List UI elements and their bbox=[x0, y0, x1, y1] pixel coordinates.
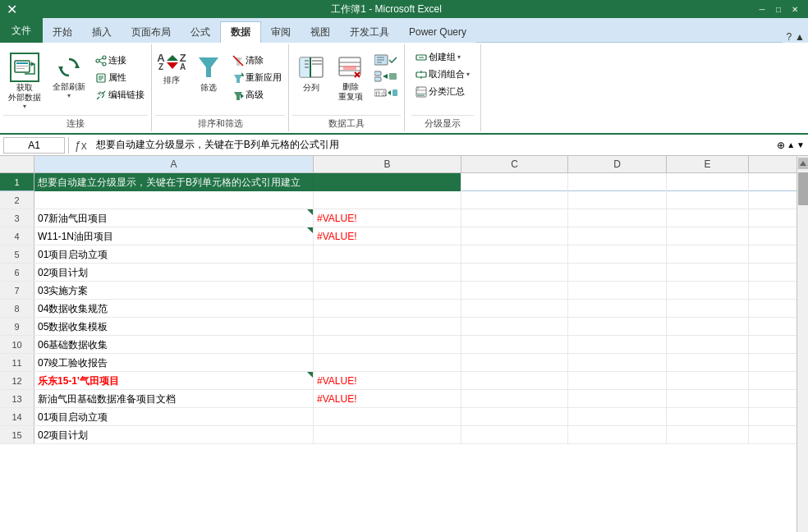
cell-b12[interactable]: #VALUE! bbox=[314, 372, 461, 390]
restore-icon[interactable]: □ bbox=[772, 2, 785, 16]
tab-data[interactable]: 数据 bbox=[220, 21, 261, 43]
cell-e5[interactable] bbox=[667, 245, 749, 264]
cell-e14[interactable] bbox=[667, 408, 749, 426]
cell-c3[interactable] bbox=[461, 209, 568, 227]
data-validation-button[interactable] bbox=[371, 53, 401, 67]
row-num-11[interactable]: 11 bbox=[0, 354, 34, 371]
row-num-8[interactable]: 8 bbox=[0, 300, 34, 317]
cell-d15[interactable] bbox=[568, 426, 667, 444]
reapply-button[interactable]: 重新应用 bbox=[229, 70, 285, 85]
cell-c8[interactable] bbox=[461, 300, 568, 318]
cell-b4[interactable]: #VALUE! bbox=[314, 227, 461, 245]
tab-developer[interactable]: 开发工具 bbox=[340, 21, 399, 43]
cell-b10[interactable] bbox=[314, 336, 461, 354]
cell-d5[interactable] bbox=[568, 245, 667, 264]
cell-c9[interactable] bbox=[461, 318, 568, 336]
cell-c6[interactable] bbox=[461, 264, 568, 282]
text-to-columns-button[interactable]: 分列 bbox=[292, 49, 330, 97]
cell-c2[interactable] bbox=[461, 191, 568, 209]
edit-links-button[interactable]: 编辑链接 bbox=[92, 87, 148, 103]
cell-c15[interactable] bbox=[461, 426, 568, 444]
row-num-5[interactable]: 5 bbox=[0, 245, 34, 263]
cell-a9[interactable]: 05数据收集模板 bbox=[34, 318, 314, 336]
cell-b5[interactable] bbox=[314, 245, 461, 264]
cell-e12[interactable] bbox=[667, 372, 749, 390]
row-num-13[interactable]: 13 bbox=[0, 390, 34, 407]
cell-d10[interactable] bbox=[568, 336, 667, 354]
subtotal-button[interactable]: Σ 分类汇总 bbox=[411, 84, 474, 99]
cell-d12[interactable] bbox=[568, 372, 667, 390]
cell-a11[interactable]: 07竣工验收报告 bbox=[34, 354, 314, 372]
cell-c12[interactable] bbox=[461, 372, 568, 390]
what-if-button[interactable]: 什么 bbox=[371, 85, 401, 100]
cell-d9[interactable] bbox=[568, 318, 667, 336]
tab-page-layout[interactable]: 页面布局 bbox=[122, 21, 181, 43]
tab-review[interactable]: 审阅 bbox=[261, 21, 301, 43]
consolidate-button[interactable] bbox=[371, 69, 401, 84]
cell-b9[interactable] bbox=[314, 318, 461, 336]
help-icon[interactable]: ? bbox=[786, 31, 792, 43]
cell-b6[interactable] bbox=[314, 264, 461, 282]
get-external-data-button[interactable]: 获取外部数据 ▾ bbox=[3, 49, 46, 113]
row-num-14[interactable]: 14 bbox=[0, 408, 34, 425]
cell-a1[interactable]: 想要自动建立分级显示，关键在于B列单元格的公式引用建立 bbox=[34, 173, 314, 191]
cell-c7[interactable] bbox=[461, 282, 568, 300]
cell-a14[interactable]: 01项目启动立项 bbox=[34, 408, 314, 426]
cell-d4[interactable] bbox=[568, 227, 667, 245]
cell-a6[interactable]: 02项目计划 bbox=[34, 264, 314, 282]
cell-a5[interactable]: 01项目启动立项 bbox=[34, 245, 314, 264]
cell-e13[interactable] bbox=[667, 390, 749, 408]
col-header-e[interactable]: E bbox=[667, 156, 749, 172]
cell-b8[interactable] bbox=[314, 300, 461, 318]
cell-b3[interactable]: #VALUE! bbox=[314, 209, 461, 227]
cell-a7[interactable]: 03实施方案 bbox=[34, 282, 314, 300]
cell-c13[interactable] bbox=[461, 390, 568, 408]
cell-e10[interactable] bbox=[667, 336, 749, 354]
cell-e6[interactable] bbox=[667, 264, 749, 282]
tab-power-query[interactable]: Power Query bbox=[399, 21, 476, 43]
tab-view[interactable]: 视图 bbox=[301, 21, 340, 43]
col-header-a[interactable]: A bbox=[34, 156, 314, 172]
vertical-scrollbar[interactable] bbox=[797, 156, 808, 532]
minimize-ribbon-icon[interactable]: ▲ bbox=[795, 31, 805, 43]
cell-d3[interactable] bbox=[568, 209, 667, 227]
tab-formula[interactable]: 公式 bbox=[181, 21, 220, 43]
row-num-7[interactable]: 7 bbox=[0, 282, 34, 299]
sort-button[interactable]: A Z Z A 排序 bbox=[155, 49, 188, 89]
cell-e2[interactable] bbox=[667, 191, 749, 209]
row-num-1[interactable]: 1 bbox=[0, 173, 34, 190]
cell-c5[interactable] bbox=[461, 245, 568, 264]
formula-fx-button[interactable]: ƒx bbox=[72, 139, 90, 152]
refresh-all-button[interactable]: 全部刷新 ▾ bbox=[48, 49, 90, 103]
cell-c14[interactable] bbox=[461, 408, 568, 426]
minimize-icon[interactable]: ─ bbox=[755, 2, 769, 16]
scroll-up-icon[interactable]: ▲ bbox=[787, 140, 795, 149]
cell-c11[interactable] bbox=[461, 354, 568, 372]
cell-b14[interactable] bbox=[314, 408, 461, 426]
cell-b2[interactable] bbox=[314, 191, 461, 209]
cell-b7[interactable] bbox=[314, 282, 461, 300]
cell-b15[interactable] bbox=[314, 426, 461, 444]
col-header-b[interactable]: B bbox=[314, 156, 461, 172]
cell-b11[interactable] bbox=[314, 354, 461, 372]
cell-c1[interactable] bbox=[461, 173, 568, 191]
cell-e11[interactable] bbox=[667, 354, 749, 372]
scroll-up-button[interactable] bbox=[798, 158, 808, 169]
cell-c4[interactable] bbox=[461, 227, 568, 245]
scroll-thumb[interactable] bbox=[798, 172, 808, 205]
cell-a10[interactable]: 06基础数据收集 bbox=[34, 336, 314, 354]
formula-expand-icon[interactable]: ⊕ bbox=[777, 140, 785, 151]
formula-input[interactable] bbox=[93, 138, 774, 153]
cell-a13[interactable]: 新油气田基础数据准备项目文档 bbox=[34, 390, 314, 408]
row-num-10[interactable]: 10 bbox=[0, 336, 34, 353]
row-num-12[interactable]: 12 bbox=[0, 372, 34, 389]
cell-e8[interactable] bbox=[667, 300, 749, 318]
cell-e7[interactable] bbox=[667, 282, 749, 300]
cell-a12[interactable]: 乐东15-1'气田项目 bbox=[34, 372, 314, 390]
cell-a8[interactable]: 04数据收集规范 bbox=[34, 300, 314, 318]
tab-file[interactable]: 文件 bbox=[0, 18, 43, 43]
close-icon[interactable]: ✕ bbox=[788, 2, 801, 16]
connections-button[interactable]: 连接 bbox=[92, 53, 148, 68]
row-num-3[interactable]: 3 bbox=[0, 209, 34, 227]
cell-d7[interactable] bbox=[568, 282, 667, 300]
